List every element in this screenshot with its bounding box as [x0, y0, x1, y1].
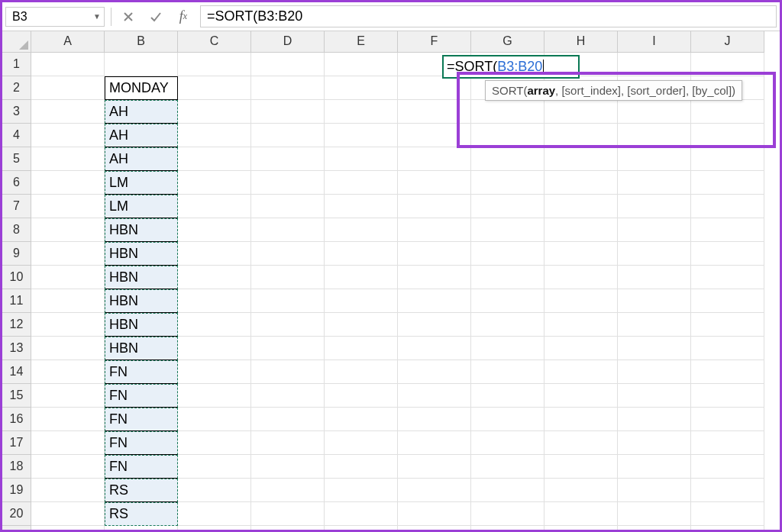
cell[interactable]: [691, 242, 764, 266]
cell[interactable]: [691, 266, 764, 289]
cell[interactable]: [178, 384, 251, 408]
row-header[interactable]: 4: [2, 124, 31, 147]
cell[interactable]: [325, 76, 398, 100]
formula-input[interactable]: =SORT(B3:B20: [200, 5, 777, 27]
cell[interactable]: [105, 53, 178, 76]
cell[interactable]: [544, 147, 618, 171]
cell[interactable]: [691, 502, 764, 526]
cell[interactable]: [618, 171, 691, 195]
column-header[interactable]: E: [325, 31, 398, 53]
cell[interactable]: HBN: [105, 337, 178, 360]
cell[interactable]: [618, 147, 691, 171]
cell[interactable]: [398, 502, 471, 526]
cell[interactable]: [251, 384, 325, 408]
cell[interactable]: [544, 408, 618, 431]
cell[interactable]: [105, 526, 178, 532]
cell[interactable]: [618, 337, 691, 360]
cell[interactable]: [31, 124, 105, 147]
cell[interactable]: [251, 100, 325, 124]
name-box-wrap[interactable]: ▼: [5, 7, 105, 27]
cell[interactable]: [691, 408, 764, 431]
cell[interactable]: [618, 479, 691, 502]
cell[interactable]: [618, 455, 691, 479]
cell[interactable]: [544, 502, 618, 526]
cell[interactable]: [178, 479, 251, 502]
active-cell-editor[interactable]: =SORT(B3:B20: [442, 55, 580, 79]
cell[interactable]: HBN: [105, 289, 178, 313]
cell[interactable]: [618, 242, 691, 266]
cell[interactable]: [31, 408, 105, 431]
cell[interactable]: [31, 455, 105, 479]
cell[interactable]: [31, 479, 105, 502]
cell[interactable]: [398, 408, 471, 431]
cell[interactable]: [31, 242, 105, 266]
cell[interactable]: [325, 479, 398, 502]
row-header[interactable]: 6: [2, 171, 31, 195]
cell[interactable]: FN: [105, 408, 178, 431]
cell[interactable]: [31, 266, 105, 289]
column-header[interactable]: I: [618, 31, 691, 53]
cell[interactable]: [691, 147, 764, 171]
cell[interactable]: [251, 124, 325, 147]
cell[interactable]: HBN: [105, 313, 178, 337]
cell[interactable]: AH: [105, 124, 178, 147]
cell[interactable]: [398, 266, 471, 289]
cell[interactable]: [31, 76, 105, 100]
cell[interactable]: [471, 242, 544, 266]
row-header[interactable]: 11: [2, 289, 31, 313]
cell[interactable]: [251, 408, 325, 431]
cell[interactable]: [471, 195, 544, 218]
cell[interactable]: AH: [105, 147, 178, 171]
cell[interactable]: [618, 195, 691, 218]
cell[interactable]: [31, 195, 105, 218]
cell[interactable]: [691, 195, 764, 218]
cell[interactable]: [544, 360, 618, 384]
cell[interactable]: [325, 431, 398, 455]
insert-function-button[interactable]: fx: [173, 7, 194, 27]
cell[interactable]: [618, 384, 691, 408]
cell[interactable]: [31, 526, 105, 532]
cell[interactable]: [691, 100, 764, 124]
cell[interactable]: [544, 337, 618, 360]
cell[interactable]: [325, 147, 398, 171]
cell[interactable]: [178, 360, 251, 384]
cell[interactable]: [178, 124, 251, 147]
cell[interactable]: [325, 53, 398, 76]
cell[interactable]: [178, 455, 251, 479]
cell[interactable]: [31, 313, 105, 337]
cell[interactable]: [618, 266, 691, 289]
cell[interactable]: [691, 455, 764, 479]
cell[interactable]: [471, 289, 544, 313]
cell[interactable]: [544, 313, 618, 337]
row-header[interactable]: 21: [2, 526, 31, 532]
cell[interactable]: [471, 384, 544, 408]
cell[interactable]: [691, 53, 764, 76]
cell[interactable]: [325, 266, 398, 289]
row-header[interactable]: 15: [2, 384, 31, 408]
row-header[interactable]: 19: [2, 479, 31, 502]
column-header[interactable]: D: [251, 31, 325, 53]
cell[interactable]: [178, 289, 251, 313]
cell[interactable]: [544, 384, 618, 408]
cell[interactable]: [398, 337, 471, 360]
cell[interactable]: [544, 195, 618, 218]
cell[interactable]: [31, 218, 105, 242]
cell[interactable]: [471, 360, 544, 384]
cell[interactable]: MONDAY: [105, 76, 178, 100]
cell[interactable]: [618, 124, 691, 147]
cell[interactable]: [178, 76, 251, 100]
cell[interactable]: [251, 455, 325, 479]
cell[interactable]: [398, 526, 471, 532]
cell[interactable]: [398, 76, 471, 100]
cell[interactable]: [544, 100, 618, 124]
cell[interactable]: [398, 100, 471, 124]
row-header[interactable]: 1: [2, 53, 31, 76]
row-header[interactable]: 5: [2, 147, 31, 171]
cell[interactable]: [691, 431, 764, 455]
cell[interactable]: [178, 53, 251, 76]
cell[interactable]: [471, 171, 544, 195]
cell[interactable]: [618, 218, 691, 242]
cell[interactable]: [178, 408, 251, 431]
cell[interactable]: [398, 289, 471, 313]
cell[interactable]: [325, 313, 398, 337]
